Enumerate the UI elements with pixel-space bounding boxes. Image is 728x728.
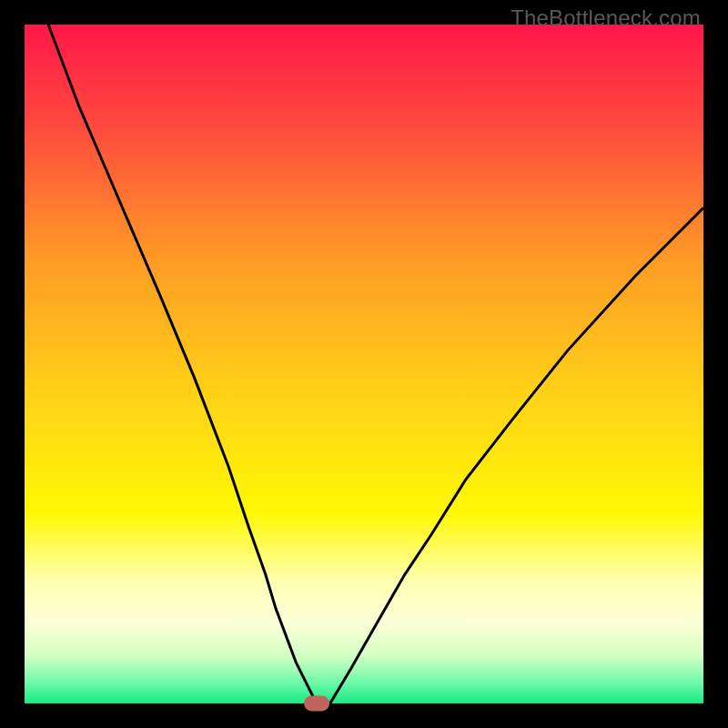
chart-frame: TheBottleneck.com [0,0,728,728]
optimal-point-marker [304,696,329,712]
curve-layer [25,25,703,703]
watermark-text: TheBottleneck.com [511,5,701,31]
plot-area [25,25,703,703]
bottleneck-curve [48,25,703,703]
